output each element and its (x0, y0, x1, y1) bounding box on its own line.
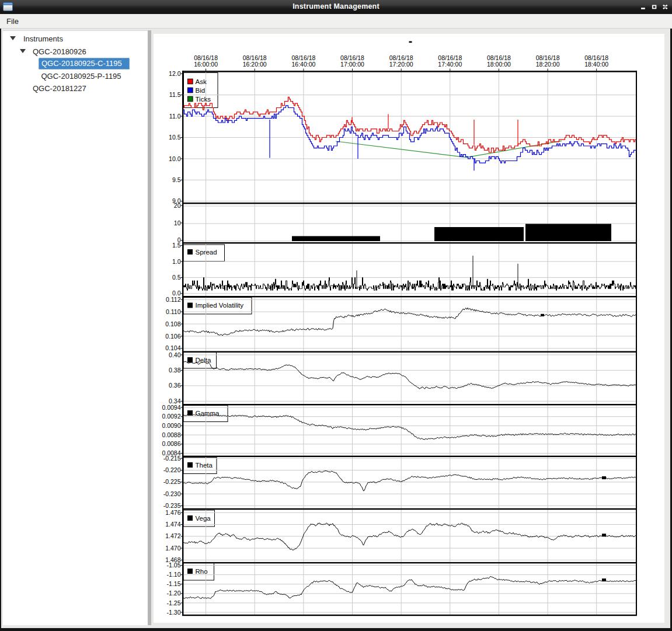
svg-text:11.5: 11.5 (169, 91, 181, 98)
svg-text:Delta: Delta (196, 357, 211, 364)
svg-text:20: 20 (174, 202, 181, 209)
svg-text:08/16/18: 08/16/18 (243, 54, 267, 61)
svg-text:08/16/18: 08/16/18 (194, 54, 218, 61)
svg-text:-1.25: -1.25 (167, 599, 181, 606)
svg-text:08/16/18: 08/16/18 (291, 54, 315, 61)
svg-text:Theta: Theta (196, 462, 213, 469)
svg-text:0.106: 0.106 (165, 333, 180, 340)
svg-text:1.474: 1.474 (165, 521, 180, 528)
svg-text:-1.20: -1.20 (167, 590, 181, 597)
svg-text:Vega: Vega (196, 515, 211, 522)
svg-text:-1.15: -1.15 (167, 580, 181, 587)
svg-text:-0.230: -0.230 (163, 490, 181, 497)
svg-text:-1.30: -1.30 (167, 609, 181, 616)
svg-text:1.470: 1.470 (165, 545, 180, 552)
svg-text:08/16/18: 08/16/18 (340, 54, 364, 61)
svg-text:-0.235: -0.235 (163, 502, 181, 509)
svg-text:18:40:00: 18:40:00 (584, 61, 608, 68)
svg-text:17:40:00: 17:40:00 (438, 61, 462, 68)
svg-text:0.110: 0.110 (166, 308, 181, 315)
svg-text:-1.05: -1.05 (167, 562, 181, 569)
svg-text:10.0: 10.0 (169, 155, 181, 162)
svg-text:-0.215: -0.215 (163, 455, 181, 462)
svg-text:18:00:00: 18:00:00 (487, 61, 511, 68)
svg-text:10: 10 (174, 219, 181, 226)
svg-text:08/16/18: 08/16/18 (389, 54, 413, 61)
svg-text:-1.10: -1.10 (167, 571, 181, 578)
svg-text:Implied Volatility: Implied Volatility (196, 302, 244, 309)
svg-text:1.5: 1.5 (172, 242, 181, 249)
svg-text:Spread: Spread (196, 249, 217, 256)
svg-text:0.38: 0.38 (169, 367, 181, 374)
svg-text:12.0: 12.0 (169, 70, 181, 77)
svg-text:0.112: 0.112 (166, 296, 181, 303)
svg-text:1.0: 1.0 (172, 258, 181, 265)
svg-text:Bid: Bid (196, 87, 206, 94)
svg-text:Ask: Ask (196, 78, 207, 85)
svg-text:0.0092: 0.0092 (162, 413, 180, 420)
svg-text:1.476: 1.476 (165, 509, 180, 516)
svg-text:17:20:00: 17:20:00 (389, 61, 413, 68)
svg-text:9.5: 9.5 (172, 176, 181, 183)
svg-text:Rho: Rho (196, 568, 208, 575)
svg-text:0.0086: 0.0086 (162, 440, 180, 447)
svg-text:08/16/18: 08/16/18 (584, 54, 608, 61)
svg-text:0.0090: 0.0090 (162, 422, 180, 429)
svg-text:0.0094: 0.0094 (162, 404, 180, 411)
svg-text:0.40: 0.40 (169, 351, 181, 358)
svg-text:0.5: 0.5 (172, 274, 181, 281)
svg-text:-0.220: -0.220 (163, 466, 181, 473)
svg-text:0.36: 0.36 (169, 382, 181, 389)
svg-text:10.5: 10.5 (169, 134, 181, 141)
svg-text:17:00:00: 17:00:00 (340, 61, 364, 68)
svg-text:16:20:00: 16:20:00 (243, 61, 267, 68)
svg-text:11.0: 11.0 (169, 113, 181, 120)
svg-text:0.108: 0.108 (165, 320, 180, 327)
svg-text:0.0088: 0.0088 (162, 431, 180, 438)
svg-text:18:20:00: 18:20:00 (536, 61, 560, 68)
svg-text:08/16/18: 08/16/18 (536, 54, 560, 61)
svg-text:-0.225: -0.225 (163, 478, 181, 485)
svg-text:1.472: 1.472 (165, 532, 180, 539)
svg-text:08/16/18: 08/16/18 (487, 54, 511, 61)
svg-text:16:40:00: 16:40:00 (291, 61, 315, 68)
svg-text:Ticks: Ticks (196, 96, 211, 103)
svg-text:08/16/18: 08/16/18 (438, 54, 462, 61)
svg-text:16:00:00: 16:00:00 (194, 61, 218, 68)
